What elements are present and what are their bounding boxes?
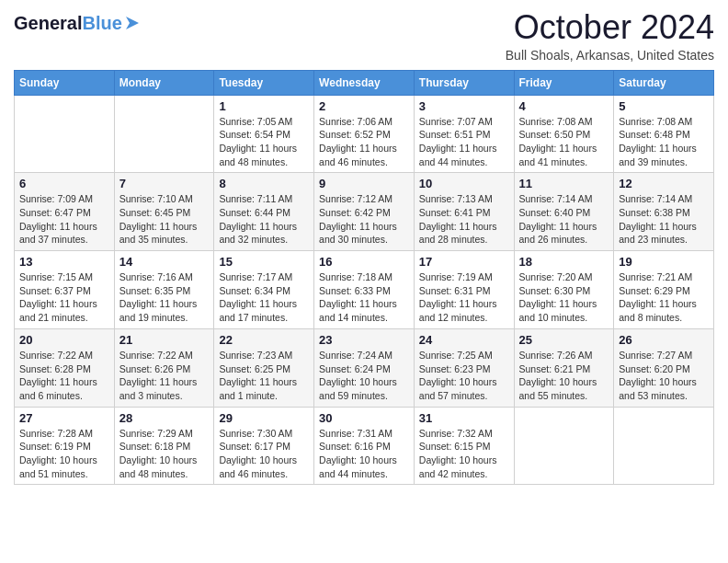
calendar-cell: 23Sunrise: 7:24 AM Sunset: 6:24 PM Dayli…: [314, 328, 415, 407]
calendar-cell: 24Sunrise: 7:25 AM Sunset: 6:23 PM Dayli…: [414, 328, 514, 407]
day-number: 13: [19, 255, 109, 269]
day-number: 29: [219, 411, 309, 425]
calendar-cell: 1Sunrise: 7:05 AM Sunset: 6:54 PM Daylig…: [214, 95, 314, 173]
calendar-cell: [514, 407, 614, 485]
day-number: 28: [119, 411, 210, 425]
day-info: Sunrise: 7:06 AM Sunset: 6:52 PM Dayligh…: [319, 115, 409, 169]
logo: General Blue: [14, 9, 142, 33]
week-row-5: 27Sunrise: 7:28 AM Sunset: 6:19 PM Dayli…: [15, 407, 714, 485]
day-number: 5: [619, 99, 709, 113]
calendar-cell: 3Sunrise: 7:07 AM Sunset: 6:51 PM Daylig…: [414, 95, 514, 173]
day-info: Sunrise: 7:09 AM Sunset: 6:47 PM Dayligh…: [19, 192, 109, 247]
day-info: Sunrise: 7:20 AM Sunset: 6:30 PM Dayligh…: [519, 270, 609, 325]
day-info: Sunrise: 7:32 AM Sunset: 6:15 PM Dayligh…: [419, 427, 509, 481]
day-number: 16: [319, 255, 409, 269]
calendar-header-row: SundayMondayTuesdayWednesdayThursdayFrid…: [15, 70, 714, 95]
day-number: 11: [519, 177, 609, 190]
calendar-cell: 18Sunrise: 7:20 AM Sunset: 6:30 PM Dayli…: [514, 251, 614, 329]
title-block: October 2024 Bull Shoals, Arkansas, Unit…: [506, 9, 714, 63]
month-title: October 2024: [506, 9, 714, 46]
calendar-cell: 6Sunrise: 7:09 AM Sunset: 6:47 PM Daylig…: [15, 173, 115, 251]
day-number: 19: [619, 255, 709, 269]
day-number: 17: [419, 255, 509, 269]
day-number: 14: [119, 255, 210, 269]
day-info: Sunrise: 7:21 AM Sunset: 6:29 PM Dayligh…: [619, 270, 709, 325]
day-info: Sunrise: 7:29 AM Sunset: 6:18 PM Dayligh…: [119, 427, 210, 481]
calendar-cell: 19Sunrise: 7:21 AM Sunset: 6:29 PM Dayli…: [614, 251, 714, 329]
day-info: Sunrise: 7:30 AM Sunset: 6:17 PM Dayligh…: [219, 427, 309, 481]
column-header-friday: Friday: [514, 70, 614, 95]
column-header-sunday: Sunday: [15, 70, 115, 95]
calendar-cell: [614, 407, 714, 485]
day-number: 3: [419, 99, 509, 113]
calendar-cell: 15Sunrise: 7:17 AM Sunset: 6:34 PM Dayli…: [214, 251, 314, 329]
day-number: 2: [319, 99, 409, 113]
day-info: Sunrise: 7:27 AM Sunset: 6:20 PM Dayligh…: [619, 349, 709, 403]
day-info: Sunrise: 7:16 AM Sunset: 6:35 PM Dayligh…: [119, 270, 210, 325]
calendar-cell: 20Sunrise: 7:22 AM Sunset: 6:28 PM Dayli…: [15, 328, 115, 407]
column-header-monday: Monday: [114, 70, 214, 95]
day-info: Sunrise: 7:23 AM Sunset: 6:25 PM Dayligh…: [219, 349, 309, 403]
day-number: 22: [219, 333, 309, 347]
column-header-wednesday: Wednesday: [314, 70, 415, 95]
svg-marker-0: [126, 17, 139, 29]
calendar-cell: 27Sunrise: 7:28 AM Sunset: 6:19 PM Dayli…: [15, 407, 115, 485]
day-number: 7: [119, 177, 210, 190]
day-info: Sunrise: 7:24 AM Sunset: 6:24 PM Dayligh…: [319, 349, 409, 403]
day-info: Sunrise: 7:19 AM Sunset: 6:31 PM Dayligh…: [419, 270, 509, 325]
calendar-cell: 11Sunrise: 7:14 AM Sunset: 6:40 PM Dayli…: [514, 173, 614, 251]
calendar-cell: 13Sunrise: 7:15 AM Sunset: 6:37 PM Dayli…: [15, 251, 115, 329]
logo-general-text: General: [14, 13, 82, 33]
column-header-tuesday: Tuesday: [214, 70, 314, 95]
day-info: Sunrise: 7:13 AM Sunset: 6:41 PM Dayligh…: [419, 192, 509, 247]
calendar-cell: [114, 95, 214, 173]
day-info: Sunrise: 7:07 AM Sunset: 6:51 PM Dayligh…: [419, 115, 509, 169]
day-number: 30: [319, 411, 409, 425]
day-info: Sunrise: 7:26 AM Sunset: 6:21 PM Dayligh…: [519, 349, 609, 403]
logo-blue-text: Blue: [82, 13, 121, 33]
calendar-cell: 16Sunrise: 7:18 AM Sunset: 6:33 PM Dayli…: [314, 251, 415, 329]
calendar-cell: 29Sunrise: 7:30 AM Sunset: 6:17 PM Dayli…: [214, 407, 314, 485]
week-row-2: 6Sunrise: 7:09 AM Sunset: 6:47 PM Daylig…: [15, 173, 714, 251]
day-number: 10: [419, 177, 509, 190]
calendar-cell: [15, 95, 115, 173]
day-number: 18: [519, 255, 609, 269]
day-info: Sunrise: 7:11 AM Sunset: 6:44 PM Dayligh…: [219, 192, 309, 247]
day-number: 24: [419, 333, 509, 347]
column-header-thursday: Thursday: [414, 70, 514, 95]
calendar-cell: 26Sunrise: 7:27 AM Sunset: 6:20 PM Dayli…: [614, 328, 714, 407]
calendar-cell: 25Sunrise: 7:26 AM Sunset: 6:21 PM Dayli…: [514, 328, 614, 407]
day-info: Sunrise: 7:25 AM Sunset: 6:23 PM Dayligh…: [419, 349, 509, 403]
week-row-4: 20Sunrise: 7:22 AM Sunset: 6:28 PM Dayli…: [15, 328, 714, 407]
day-number: 6: [19, 177, 109, 190]
day-info: Sunrise: 7:28 AM Sunset: 6:19 PM Dayligh…: [19, 427, 109, 481]
day-number: 20: [19, 333, 109, 347]
day-number: 31: [419, 411, 509, 425]
calendar-cell: 28Sunrise: 7:29 AM Sunset: 6:18 PM Dayli…: [114, 407, 214, 485]
week-row-1: 1Sunrise: 7:05 AM Sunset: 6:54 PM Daylig…: [15, 95, 714, 173]
calendar-cell: 8Sunrise: 7:11 AM Sunset: 6:44 PM Daylig…: [214, 173, 314, 251]
day-info: Sunrise: 7:17 AM Sunset: 6:34 PM Dayligh…: [219, 270, 309, 325]
day-info: Sunrise: 7:08 AM Sunset: 6:48 PM Dayligh…: [619, 115, 709, 169]
calendar-cell: 10Sunrise: 7:13 AM Sunset: 6:41 PM Dayli…: [414, 173, 514, 251]
day-info: Sunrise: 7:18 AM Sunset: 6:33 PM Dayligh…: [319, 270, 409, 325]
week-row-3: 13Sunrise: 7:15 AM Sunset: 6:37 PM Dayli…: [15, 251, 714, 329]
day-number: 4: [519, 99, 609, 113]
day-info: Sunrise: 7:10 AM Sunset: 6:45 PM Dayligh…: [119, 192, 210, 247]
day-info: Sunrise: 7:31 AM Sunset: 6:16 PM Dayligh…: [319, 427, 409, 481]
day-info: Sunrise: 7:08 AM Sunset: 6:50 PM Dayligh…: [519, 115, 609, 169]
calendar-cell: 12Sunrise: 7:14 AM Sunset: 6:38 PM Dayli…: [614, 173, 714, 251]
calendar-cell: 21Sunrise: 7:22 AM Sunset: 6:26 PM Dayli…: [114, 328, 214, 407]
calendar-cell: 9Sunrise: 7:12 AM Sunset: 6:42 PM Daylig…: [314, 173, 415, 251]
day-number: 8: [219, 177, 309, 190]
day-info: Sunrise: 7:22 AM Sunset: 6:28 PM Dayligh…: [19, 349, 109, 403]
day-number: 26: [619, 333, 709, 347]
day-number: 9: [319, 177, 409, 190]
calendar-cell: 14Sunrise: 7:16 AM Sunset: 6:35 PM Dayli…: [114, 251, 214, 329]
location-text: Bull Shoals, Arkansas, United States: [506, 48, 714, 63]
calendar-cell: 17Sunrise: 7:19 AM Sunset: 6:31 PM Dayli…: [414, 251, 514, 329]
day-number: 21: [119, 333, 210, 347]
calendar-cell: 4Sunrise: 7:08 AM Sunset: 6:50 PM Daylig…: [514, 95, 614, 173]
day-info: Sunrise: 7:15 AM Sunset: 6:37 PM Dayligh…: [19, 270, 109, 325]
calendar-cell: 7Sunrise: 7:10 AM Sunset: 6:45 PM Daylig…: [114, 173, 214, 251]
